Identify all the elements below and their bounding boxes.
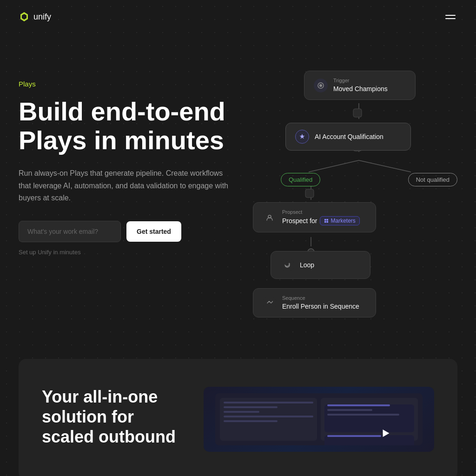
sequence-node: Sequence Enroll Person in Sequence xyxy=(253,288,376,317)
svg-rect-20 xyxy=(324,219,326,221)
trigger-content: Trigger Moved Champions xyxy=(333,78,388,93)
qualified-badge: Qualified xyxy=(281,173,320,186)
hero-title: Build end-to-end Plays in minutes xyxy=(19,97,232,154)
ai-icon xyxy=(295,130,309,144)
ss-line xyxy=(224,416,313,417)
bottom-title: Your all-in-one solution for scaled outb… xyxy=(42,387,176,447)
svg-line-5 xyxy=(359,160,411,172)
menu-bar-2 xyxy=(445,18,456,19)
screenshot-inner xyxy=(215,393,423,445)
get-started-button[interactable]: Get started xyxy=(126,221,181,242)
marketers-tag: Marketers xyxy=(320,216,359,225)
prospect-label: Propsect xyxy=(282,209,360,215)
ai-title: AI Account Qualification xyxy=(315,133,383,140)
email-input[interactable] xyxy=(19,221,121,242)
bottom-title-line1: Your all-in-one xyxy=(42,387,158,406)
screenshot-col-1 xyxy=(220,398,317,441)
logo-icon xyxy=(19,11,30,22)
bottom-title-line3: scaled outbound xyxy=(42,427,176,446)
prospect-title: Prospect for xyxy=(282,217,317,225)
navbar: unify xyxy=(0,0,476,33)
trigger-title: Moved Champions xyxy=(333,85,388,93)
ss-line xyxy=(224,420,278,422)
menu-bar-1 xyxy=(445,15,456,16)
screenshot-col-2 xyxy=(321,398,418,441)
tag-icon xyxy=(324,218,329,223)
workflow-connectors xyxy=(239,71,457,322)
loop-icon xyxy=(280,258,294,272)
svg-rect-7 xyxy=(305,189,314,198)
loop-node: Loop xyxy=(271,251,370,279)
svg-point-18 xyxy=(319,84,322,87)
hero-left: Plays Build end-to-end Plays in minutes … xyxy=(19,71,232,256)
bottom-section: Your all-in-one solution for scaled outb… xyxy=(19,359,457,476)
svg-rect-21 xyxy=(327,219,329,221)
cta-row: Get started xyxy=(19,221,232,242)
not-qualified-badge: Not qualified xyxy=(408,173,457,186)
hero-section: Plays Build end-to-end Plays in minutes … xyxy=(0,33,476,350)
marketers-label: Marketers xyxy=(331,218,355,224)
prospect-icon xyxy=(263,211,277,225)
logo-text: unify xyxy=(33,12,51,22)
workflow-diagram: Trigger Moved Champions AI Account Quali… xyxy=(239,71,457,322)
svg-line-4 xyxy=(309,160,359,172)
ai-node: AI Account Qualification xyxy=(285,123,411,151)
section-label: Plays xyxy=(19,80,232,88)
ss-line xyxy=(224,411,259,413)
sequence-content: Sequence Enroll Person in Sequence xyxy=(282,295,359,311)
sequence-title: Enroll Person in Sequence xyxy=(282,303,359,310)
ai-content: AI Account Qualification xyxy=(315,132,383,141)
bottom-title-line2: solution for xyxy=(42,407,134,426)
svg-rect-1 xyxy=(353,109,362,117)
prospect-content: Propsect Prospect for Marketers xyxy=(282,209,360,225)
ss-line xyxy=(224,406,278,408)
bottom-left: Your all-in-one solution for scaled outb… xyxy=(42,387,176,447)
bottom-screenshot xyxy=(204,387,434,452)
trigger-label: Trigger xyxy=(333,78,388,83)
screenshot-preview xyxy=(204,387,434,452)
logo[interactable]: unify xyxy=(19,11,51,22)
loop-title: Loop xyxy=(300,261,314,269)
setup-hint: Set up Unify in minutes xyxy=(19,249,232,256)
svg-rect-22 xyxy=(324,221,326,223)
svg-rect-23 xyxy=(327,221,329,223)
sequence-icon xyxy=(263,296,277,310)
trigger-icon xyxy=(314,79,328,93)
hero-description: Run always-on Plays that generate pipeli… xyxy=(19,167,232,204)
menu-button[interactable] xyxy=(443,13,457,21)
ss-line xyxy=(224,402,313,403)
sequence-label: Sequence xyxy=(282,295,359,301)
prospect-node: Propsect Prospect for Marketers xyxy=(253,202,376,232)
trigger-node: Trigger Moved Champions xyxy=(304,71,416,100)
